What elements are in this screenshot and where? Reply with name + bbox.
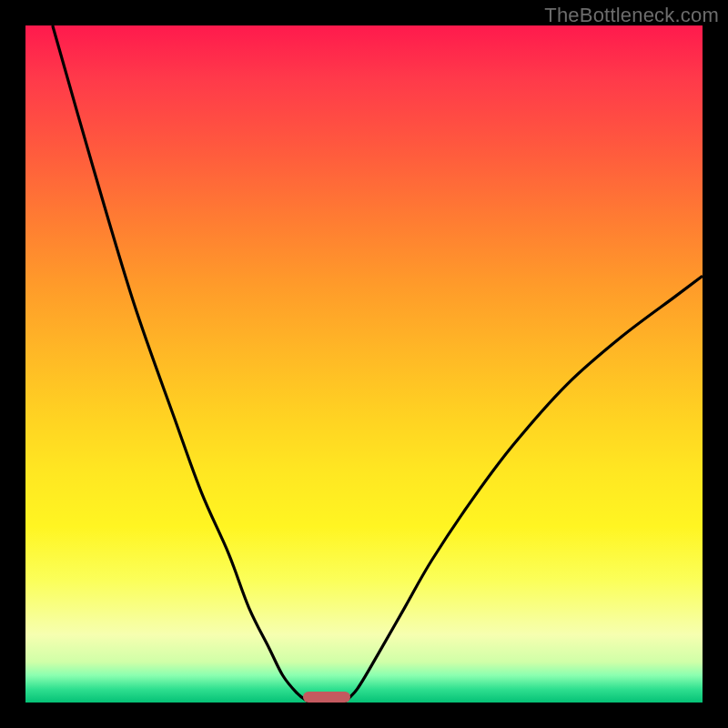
left-curve <box>53 25 313 703</box>
right-curve <box>344 276 703 703</box>
watermark: TheBottleneck.com <box>544 4 719 27</box>
plot-area <box>25 25 703 703</box>
chart-frame: TheBottleneck.com <box>0 0 728 728</box>
marker-valley <box>303 692 350 703</box>
curve-layer <box>25 25 703 703</box>
